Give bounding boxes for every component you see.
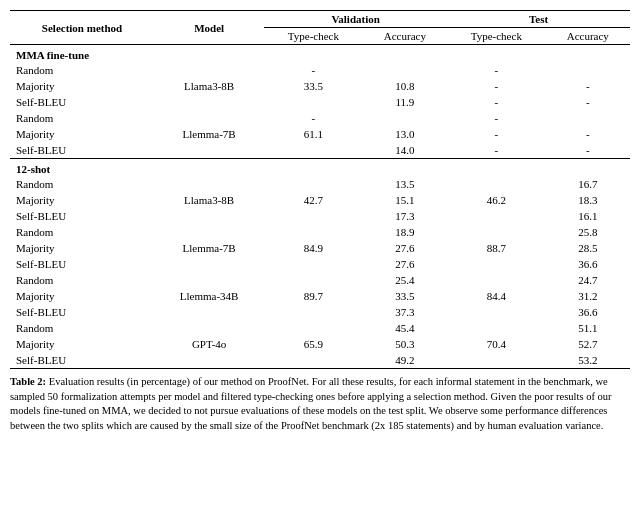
table-row: Random 45.4 51.1 [10, 320, 630, 336]
test-acc-cell: 24.7 [546, 272, 630, 288]
model-cell [154, 208, 264, 224]
table-row: Majority Llama3-8B 42.7 15.1 46.2 18.3 [10, 192, 630, 208]
val-acc-cell: 13.5 [363, 176, 447, 192]
test-tc-cell [447, 352, 545, 369]
table-row: Self-BLEU 37.3 36.6 [10, 304, 630, 320]
model-cell: Llama3-8B [154, 78, 264, 94]
test-acc-cell: 51.1 [546, 320, 630, 336]
test-tc-cell [447, 256, 545, 272]
val-tc-cell: - [264, 62, 362, 78]
table-row: Self-BLEU 14.0 - - [10, 142, 630, 159]
test-tc-cell [447, 272, 545, 288]
table-row: Majority Llemma-7B 84.9 27.6 88.7 28.5 [10, 240, 630, 256]
table-row: Self-BLEU 11.9 - - [10, 94, 630, 110]
test-tc-cell: 84.4 [447, 288, 545, 304]
val-acc-cell: 17.3 [363, 208, 447, 224]
method-cell: Self-BLEU [10, 256, 154, 272]
method-cell: Majority [10, 240, 154, 256]
model-cell [154, 304, 264, 320]
test-tc-cell: - [447, 62, 545, 78]
val-acc-cell: 33.5 [363, 288, 447, 304]
table-row: Majority Llemma-34B 89.7 33.5 84.4 31.2 [10, 288, 630, 304]
val-tc-cell [264, 94, 362, 110]
test-acc-cell [546, 62, 630, 78]
model-cell [154, 256, 264, 272]
col-model: Model [154, 11, 264, 45]
val-acc-cell: 45.4 [363, 320, 447, 336]
table-row: Random 18.9 25.8 [10, 224, 630, 240]
table-row: Random - - [10, 110, 630, 126]
col-selection-method: Selection method [10, 11, 154, 45]
test-tc-cell: 88.7 [447, 240, 545, 256]
val-tc-cell: 89.7 [264, 288, 362, 304]
model-cell [154, 62, 264, 78]
test-tc-cell: - [447, 126, 545, 142]
test-tc-cell [447, 224, 545, 240]
test-tc-cell: 46.2 [447, 192, 545, 208]
table-row: Self-BLEU 27.6 36.6 [10, 256, 630, 272]
test-acc-cell: 36.6 [546, 256, 630, 272]
model-cell: Llama3-8B [154, 192, 264, 208]
model-cell: Llemma-34B [154, 288, 264, 304]
method-cell: Random [10, 110, 154, 126]
results-table: Selection method Model Validation Test T… [10, 10, 630, 369]
val-tc-cell: 84.9 [264, 240, 362, 256]
test-tc-cell: 70.4 [447, 336, 545, 352]
val-acc-cell: 18.9 [363, 224, 447, 240]
test-acc-cell: 36.6 [546, 304, 630, 320]
method-cell: Random [10, 62, 154, 78]
table-row: Random 13.5 16.7 [10, 176, 630, 192]
method-cell: Self-BLEU [10, 208, 154, 224]
val-tc-cell: 33.5 [264, 78, 362, 94]
val-acc-cell: 10.8 [363, 78, 447, 94]
test-acc-cell: - [546, 126, 630, 142]
test-acc-cell: 16.7 [546, 176, 630, 192]
test-acc-cell: 53.2 [546, 352, 630, 369]
method-cell: Self-BLEU [10, 304, 154, 320]
val-acc-cell: 25.4 [363, 272, 447, 288]
method-cell: Self-BLEU [10, 352, 154, 369]
model-cell [154, 352, 264, 369]
method-cell: Random [10, 224, 154, 240]
table-row: Self-BLEU 49.2 53.2 [10, 352, 630, 369]
test-tc-cell: - [447, 110, 545, 126]
table-row: Random 25.4 24.7 [10, 272, 630, 288]
val-acc-cell [363, 110, 447, 126]
model-cell: GPT-4o [154, 336, 264, 352]
method-cell: Majority [10, 126, 154, 142]
test-acc-cell [546, 110, 630, 126]
test-acc-cell: 16.1 [546, 208, 630, 224]
method-cell: Self-BLEU [10, 94, 154, 110]
model-cell: Llemma-7B [154, 126, 264, 142]
model-cell [154, 176, 264, 192]
model-cell [154, 320, 264, 336]
test-acc-cell: - [546, 78, 630, 94]
col-test-accuracy: Accuracy [546, 28, 630, 45]
col-val-accuracy: Accuracy [363, 28, 447, 45]
val-tc-cell: - [264, 110, 362, 126]
section-mma-label: MMA fine-tune [10, 45, 630, 63]
section-12shot-label: 12-shot [10, 159, 630, 177]
val-tc-cell [264, 352, 362, 369]
val-acc-cell: 27.6 [363, 240, 447, 256]
val-acc-cell: 14.0 [363, 142, 447, 159]
val-tc-cell [264, 142, 362, 159]
method-cell: Majority [10, 336, 154, 352]
test-tc-cell: - [447, 94, 545, 110]
test-acc-cell: - [546, 94, 630, 110]
test-acc-cell: 52.7 [546, 336, 630, 352]
val-acc-cell: 50.3 [363, 336, 447, 352]
test-acc-cell: 28.5 [546, 240, 630, 256]
col-test-typecheck: Type-check [447, 28, 545, 45]
val-acc-cell: 27.6 [363, 256, 447, 272]
col-val-typecheck: Type-check [264, 28, 362, 45]
model-cell: Llemma-7B [154, 240, 264, 256]
val-acc-cell [363, 62, 447, 78]
main-header-row: Selection method Model Validation Test [10, 11, 630, 28]
section-mma: MMA fine-tune [10, 45, 630, 63]
val-tc-cell [264, 224, 362, 240]
method-cell: Majority [10, 192, 154, 208]
test-tc-cell [447, 208, 545, 224]
method-cell: Self-BLEU [10, 142, 154, 159]
val-acc-cell: 49.2 [363, 352, 447, 369]
